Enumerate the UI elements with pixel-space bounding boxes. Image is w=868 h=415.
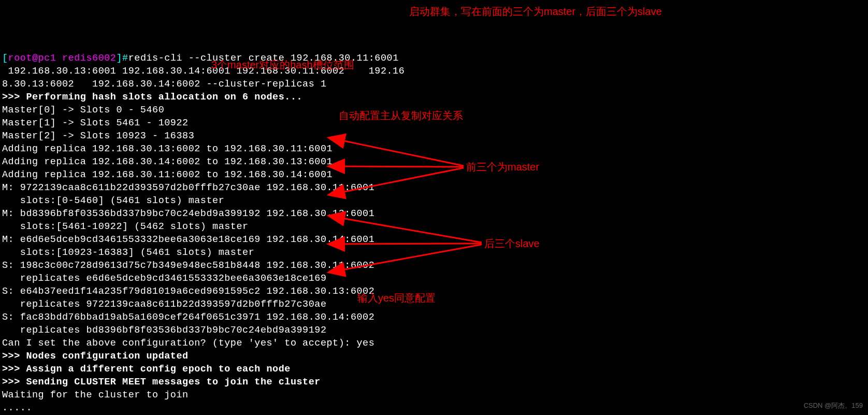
line-5: Adding replica 192.168.30.13:6002 to 192… xyxy=(2,144,332,154)
line-16: S: e64b37eed1f14a235f79d81019a6ced969159… xyxy=(2,286,374,297)
line-17: replicates 9722139caa8c611b22d393597d2b0… xyxy=(2,299,327,310)
line-12: M: e6d6e5dceb9cd3461553332bee6a3063e18ce… xyxy=(2,234,374,245)
line-7: Adding replica 192.168.30.11:6002 to 192… xyxy=(2,169,332,180)
line-15: replicates e6d6e5dceb9cd3461553332bee6a3… xyxy=(2,273,327,284)
annotation-slave-three: 后三个slave xyxy=(484,237,540,250)
line-2: Master[0] -> Slots 0 - 5460 xyxy=(2,105,164,116)
line-14: S: 198c3c00c728d9613d75c7b349e948ec581b8… xyxy=(2,260,374,271)
line-13: slots:[10923-16383] (5461 slots) master xyxy=(2,247,254,258)
prompt-bracket-open: [ xyxy=(2,53,8,64)
line-20: Can I set the above configuration? (type… xyxy=(2,338,374,349)
line-3: Master[1] -> Slots 5461 - 10922 xyxy=(2,118,189,128)
line-25: ..... xyxy=(2,403,32,413)
watermark-text: CSDN @阿杰。159 xyxy=(804,399,863,412)
line-4: Master[2] -> Slots 10923 - 16383 xyxy=(2,131,194,141)
line-9: slots:[0-5460] (5461 slots) master xyxy=(2,195,224,206)
annotation-master-three: 前三个为master xyxy=(466,161,539,174)
annotation-cluster-create: 启动群集，写在前面的三个为master，后面三个为slave xyxy=(409,5,662,18)
line-1: >>> Performing hash slots allocation on … xyxy=(2,92,302,103)
line-11: slots:[5461-10922] (5462 slots) master xyxy=(2,221,249,232)
line-8: M: 9722139caa8c611b22d393597d2b0fffb27c3… xyxy=(2,182,374,193)
annotation-replica-config: 自动配置主从复制对应关系 xyxy=(339,109,463,122)
annotation-hash-slots: 3个master对应的hash槽位范围 xyxy=(211,59,354,71)
line-19: replicates bd8396bf8f03536bd337b9bc70c24… xyxy=(2,325,327,336)
line-18: S: fac83bdd76bbad19ab5a1609cef264f0651c3… xyxy=(2,312,374,323)
line-22: >>> Assign a different config epoch to e… xyxy=(2,364,291,375)
line-23: >>> Sending CLUSTER MEET messages to joi… xyxy=(2,377,321,388)
prompt-path: redis6002 xyxy=(62,53,116,64)
line-10: M: bd8396bf8f03536bd337b9bc70c24ebd9a399… xyxy=(2,208,374,219)
prompt-user: root@pc1 xyxy=(8,53,56,64)
line-24: Waiting for the cluster to join xyxy=(2,390,189,400)
prompt-bracket-close: ]# xyxy=(116,53,128,64)
line-6: Adding replica 192.168.30.14:6002 to 192… xyxy=(2,156,332,167)
terminal-output: [root@pc1 redis6002]#redis-cli --cluster… xyxy=(0,52,868,415)
annotation-yes-input: 输入yes同意配置 xyxy=(357,292,436,305)
prompt-space xyxy=(56,53,62,64)
line-21: >>> Nodes configuration updated xyxy=(2,351,189,362)
